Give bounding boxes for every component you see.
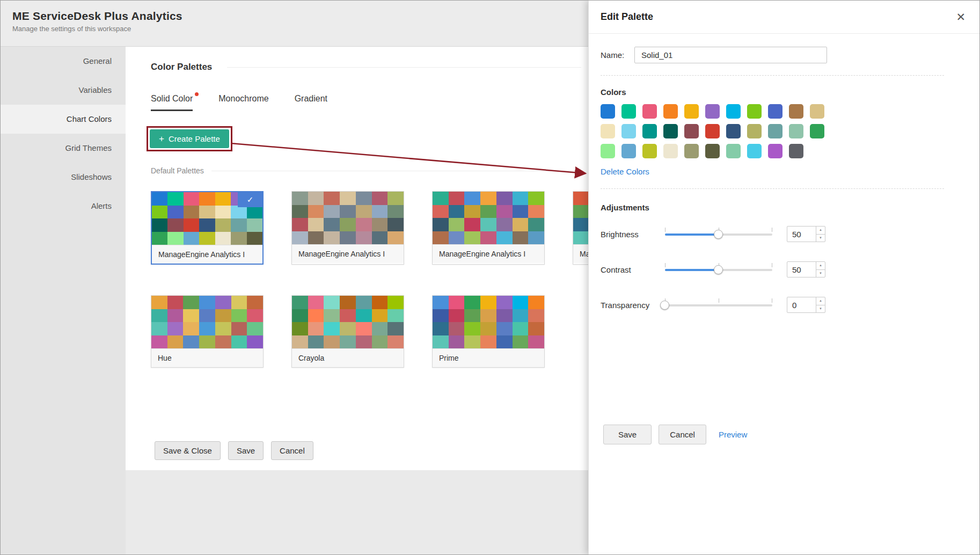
color-swatch[interactable]	[789, 144, 803, 158]
tab-gradient[interactable]: Gradient	[295, 94, 327, 111]
color-swatch[interactable]	[684, 144, 699, 158]
color-swatch[interactable]	[726, 104, 741, 119]
brightness-slider-thumb[interactable]	[714, 230, 723, 239]
color-swatch[interactable]	[601, 144, 615, 158]
swatch	[480, 309, 496, 323]
delete-colors-link[interactable]: Delete Colors	[601, 167, 649, 176]
color-swatch[interactable]	[621, 124, 636, 138]
color-swatch[interactable]	[601, 124, 615, 138]
color-swatch[interactable]	[684, 124, 699, 138]
color-swatch[interactable]	[642, 104, 657, 119]
create-palette-button[interactable]: + Create Palette	[150, 129, 229, 148]
panel-cancel-button[interactable]: Cancel	[659, 425, 706, 444]
palette-name-input[interactable]	[634, 47, 827, 63]
color-swatch[interactable]	[747, 124, 762, 138]
color-swatch[interactable]	[621, 144, 636, 158]
palette-card-hue[interactable]: Hue	[151, 295, 264, 368]
sidebar-item-grid-themes[interactable]: Grid Themes	[1, 134, 126, 163]
swatch	[247, 322, 263, 335]
footer-actions: Save & Close Save Cancel	[155, 441, 313, 460]
palette-card-manageengine-analytics-i[interactable]: ManageEngine Analytics I	[432, 191, 545, 265]
contrast-slider[interactable]	[665, 265, 772, 275]
swatch	[215, 192, 231, 206]
tab-monochrome[interactable]: Monochrome	[218, 94, 268, 111]
color-swatch[interactable]	[789, 124, 803, 138]
swatch	[496, 309, 513, 323]
palette-swatch-grid	[292, 296, 404, 348]
section-title: Color Palettes	[151, 62, 212, 72]
color-swatch[interactable]	[768, 104, 782, 119]
palette-swatch-grid	[292, 192, 404, 244]
swatch	[340, 296, 356, 309]
transparency-slider-thumb[interactable]	[660, 301, 669, 310]
spinner-down-icon[interactable]: ▼	[816, 270, 825, 278]
palette-card-manageengine-analytics-i[interactable]: ManageEngine Analytics I	[291, 191, 404, 265]
color-swatch[interactable]	[726, 124, 741, 138]
color-swatch[interactable]	[705, 124, 720, 138]
spinner-down-icon[interactable]: ▼	[816, 235, 825, 242]
swatch	[528, 335, 544, 349]
swatch	[449, 231, 465, 245]
swatch	[199, 218, 215, 232]
swatch	[199, 322, 215, 335]
cancel-button[interactable]: Cancel	[271, 441, 313, 460]
color-swatch[interactable]	[747, 144, 762, 158]
palette-card-prime[interactable]: Prime	[432, 295, 545, 368]
panel-save-button[interactable]: Save	[603, 425, 652, 444]
color-swatch[interactable]	[642, 124, 657, 138]
swatch	[292, 322, 308, 335]
color-swatch[interactable]	[601, 104, 615, 119]
swatch	[324, 218, 340, 231]
swatch	[152, 206, 167, 219]
swatch	[247, 206, 262, 219]
sidebar-item-variables[interactable]: Variables	[1, 76, 126, 105]
swatch	[480, 296, 496, 309]
swatch	[387, 205, 404, 218]
swatch	[308, 205, 324, 218]
color-swatch[interactable]	[768, 144, 782, 158]
swatch	[340, 231, 356, 245]
transparency-slider[interactable]	[665, 300, 772, 310]
swatch	[433, 296, 449, 309]
color-swatch[interactable]	[663, 144, 678, 158]
panel-body: Name: Colors Delete Colors Adjustments B…	[589, 34, 980, 323]
color-swatch[interactable]	[810, 124, 824, 138]
swatch	[215, 206, 231, 219]
swatch	[184, 218, 199, 232]
swatch	[449, 335, 465, 349]
color-swatch[interactable]	[705, 144, 720, 158]
color-swatch[interactable]	[642, 144, 657, 158]
palette-card-crayola[interactable]: Crayola	[291, 295, 404, 368]
color-swatch[interactable]	[621, 104, 636, 119]
color-swatch[interactable]	[810, 104, 824, 119]
sidebar-item-general[interactable]: General	[1, 47, 126, 76]
brightness-slider[interactable]	[665, 229, 772, 239]
close-icon[interactable]: ✕	[956, 11, 966, 23]
contrast-slider-thumb[interactable]	[714, 265, 723, 274]
spinner-down-icon[interactable]: ▼	[816, 305, 825, 313]
color-swatch[interactable]	[768, 124, 782, 138]
spinner-up-icon[interactable]: ▲	[816, 262, 825, 270]
palette-name: ManageEngine Analytics I	[152, 245, 262, 264]
contrast-spinner: ▲▼	[816, 262, 825, 277]
swatch	[496, 231, 513, 245]
color-swatch[interactable]	[705, 104, 720, 119]
swatch	[480, 205, 496, 218]
sidebar-item-alerts[interactable]: Alerts	[1, 192, 126, 221]
palette-card-manageengine-analytics-i[interactable]: ✓ManageEngine Analytics I	[151, 191, 264, 265]
spinner-up-icon[interactable]: ▲	[816, 297, 825, 305]
spinner-up-icon[interactable]: ▲	[816, 227, 825, 235]
tab-solid-color[interactable]: Solid Color	[151, 94, 193, 111]
swatch	[464, 218, 480, 231]
color-swatch[interactable]	[789, 104, 803, 119]
save-button[interactable]: Save	[228, 441, 264, 460]
color-swatch[interactable]	[747, 104, 762, 119]
save-close-button[interactable]: Save & Close	[155, 441, 221, 460]
color-swatch[interactable]	[726, 144, 741, 158]
color-swatch[interactable]	[663, 104, 678, 119]
color-swatch[interactable]	[684, 104, 699, 119]
color-swatch[interactable]	[663, 124, 678, 138]
sidebar-item-slideshows[interactable]: Slideshows	[1, 163, 126, 192]
sidebar-item-chart-colors[interactable]: Chart Colors	[1, 105, 126, 134]
preview-link[interactable]: Preview	[719, 430, 747, 439]
